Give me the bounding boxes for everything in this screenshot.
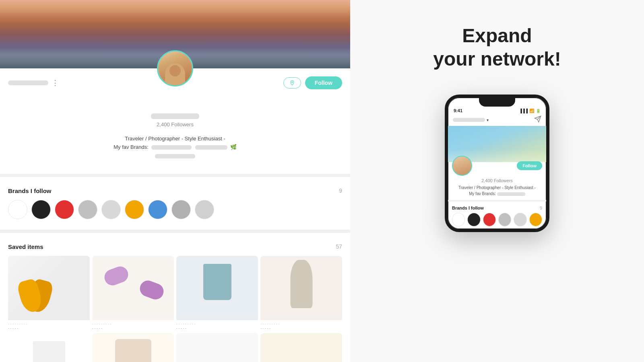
item-label: · · · · · · · · ·	[176, 320, 258, 326]
item-image-socks	[8, 256, 90, 320]
brand-circle-orange[interactable]	[125, 200, 144, 219]
profile-name-blur	[151, 113, 199, 119]
brands-row	[8, 200, 342, 219]
avatar	[157, 50, 193, 86]
item-card-clips[interactable]: · · · · · · · · · · · · · ·	[92, 256, 174, 331]
item-image-clips	[92, 256, 174, 320]
avatar-wrapper	[157, 50, 193, 86]
brand-circle-blue[interactable]	[148, 200, 167, 219]
brand-circle-black[interactable]	[31, 200, 51, 219]
phone-bio-blur	[497, 192, 525, 196]
location-button[interactable]	[283, 77, 301, 88]
brand-circle-white[interactable]	[8, 200, 27, 219]
item-price: · · · · ·	[8, 326, 90, 331]
svg-point-0	[291, 82, 293, 83]
avatar-image	[158, 51, 192, 85]
phone-time: 9:41	[454, 108, 462, 113]
item-price: · · · · ·	[176, 326, 258, 331]
status-icons: ▐▐▐ 📶 🔋	[519, 109, 541, 113]
saved-title: Saved items	[8, 243, 43, 250]
section-divider-2	[0, 230, 350, 233]
phone-brands-count: 9	[540, 206, 542, 210]
brands-section-header: Brands I follow 9	[8, 187, 342, 194]
phone-bio: Traveler / Photographer - Style Enthusia…	[448, 183, 546, 198]
tagline-text: Expand your network!	[433, 24, 561, 70]
bio-brands-label: My fav Brands:	[114, 144, 149, 150]
brand-circle-slgray[interactable]	[195, 200, 214, 219]
item-image-hoodie	[92, 333, 174, 362]
item-label: · · · · · · · · ·	[8, 320, 90, 326]
phone-brand-white[interactable]	[452, 213, 465, 226]
brands-section: Brands I follow 9	[0, 181, 350, 226]
bio-brands-blur1	[151, 145, 192, 150]
phone-notch	[479, 98, 515, 107]
phone-send-icon[interactable]	[534, 115, 541, 124]
saved-section: Saved items 57 · · · · · · · · · · · · ·…	[0, 237, 350, 362]
item-card-shirt[interactable]	[8, 333, 90, 362]
brand-circle-lgray[interactable]	[101, 200, 121, 219]
item-card-socks[interactable]: · · · · · · · · · · · · · ·	[8, 256, 90, 331]
phone-device: 9:41 ▐▐▐ 📶 🔋 ▾	[445, 95, 549, 232]
brand-circle-mgray[interactable]	[171, 200, 191, 219]
location-icon	[289, 80, 295, 86]
left-panel: ⋮ Follow 2,400 Followers Travele	[0, 0, 350, 362]
bio-brands-blur2	[195, 145, 227, 150]
phone-mockup-wrapper: 9:41 ▐▐▐ 📶 🔋 ▾	[433, 95, 561, 232]
chevron-down-icon[interactable]: ▾	[487, 118, 489, 122]
phone-avatar	[452, 156, 472, 176]
follow-button[interactable]: Follow	[305, 76, 342, 89]
profile-section: ⋮ Follow 2,400 Followers Travele	[0, 68, 350, 170]
bio-line2-blur	[155, 154, 195, 158]
phone-brand-gray[interactable]	[498, 213, 511, 226]
item-price: · · · · ·	[260, 326, 342, 331]
phone-brand-black[interactable]	[467, 213, 480, 226]
item-price: · · · · ·	[92, 326, 174, 331]
brands-count: 9	[339, 187, 342, 194]
phone-brands-header: Brands I follow 9	[452, 206, 542, 210]
phone-status-bar: 9:41 ▐▐▐ 📶 🔋	[448, 107, 546, 114]
tagline: Expand your network!	[433, 24, 561, 70]
item-card-hoodie[interactable]	[92, 333, 174, 362]
section-divider	[0, 174, 350, 177]
phone-followers: 2,400 Followers	[448, 178, 546, 183]
item-label: · · · · · · · · ·	[260, 320, 342, 326]
item-image-outfit	[260, 256, 342, 320]
item-image-hat	[260, 333, 342, 362]
items-grid: · · · · · · · · · · · · · · · · · · · · …	[8, 256, 342, 362]
more-options-icon[interactable]: ⋮	[52, 78, 59, 87]
item-card-shoes[interactable]	[176, 333, 258, 362]
battery-icon: 🔋	[536, 109, 541, 113]
bio-text-line1: Traveler / Photographer - Style Enthusia…	[125, 136, 225, 142]
phone-brands-title: Brands I follow	[452, 206, 484, 210]
phone-brands-section: Brands I follow 9	[448, 203, 546, 229]
brands-title: Brands I follow	[8, 187, 52, 194]
profile-center: 2,400 Followers	[0, 89, 350, 132]
phone-top-bar: ▾	[448, 114, 546, 126]
item-label: · · · · · · · · ·	[92, 320, 174, 326]
item-card-bag[interactable]: · · · · · · · · · · · · · ·	[176, 256, 258, 331]
profile-bio: Traveler / Photographer - Style Enthusia…	[0, 132, 350, 162]
item-image-shoes	[176, 333, 258, 362]
saved-section-header: Saved items 57	[8, 243, 342, 250]
phone-username-row: ▾	[453, 118, 489, 122]
brand-circle-gray[interactable]	[78, 200, 97, 219]
phone-brand-red[interactable]	[483, 213, 496, 226]
phone-brands-row	[452, 213, 542, 226]
phone-follow-button[interactable]: Follow	[517, 161, 542, 170]
item-card-hat[interactable]	[260, 333, 342, 362]
phone-brand-lgray[interactable]	[514, 213, 526, 226]
phone-brand-orange[interactable]	[529, 213, 542, 226]
username-area: ⋮	[8, 78, 59, 87]
username-blur	[8, 80, 48, 85]
saved-count: 57	[336, 243, 342, 250]
item-image-bag	[176, 256, 258, 320]
followers-count: 2,400 Followers	[8, 121, 342, 128]
item-image-shirt	[8, 333, 90, 362]
signal-icon: ▐▐▐	[519, 109, 528, 113]
item-card-outfit[interactable]: · · · · · · · · · · · · · ·	[260, 256, 342, 331]
action-buttons: Follow	[283, 76, 342, 89]
brand-circle-red[interactable]	[55, 200, 74, 219]
wifi-icon: 📶	[529, 109, 534, 113]
profile-header: ⋮ Follow	[0, 68, 350, 89]
right-panel: Expand your network! 9:41 ▐▐▐ 📶 🔋 ▾	[350, 0, 644, 362]
